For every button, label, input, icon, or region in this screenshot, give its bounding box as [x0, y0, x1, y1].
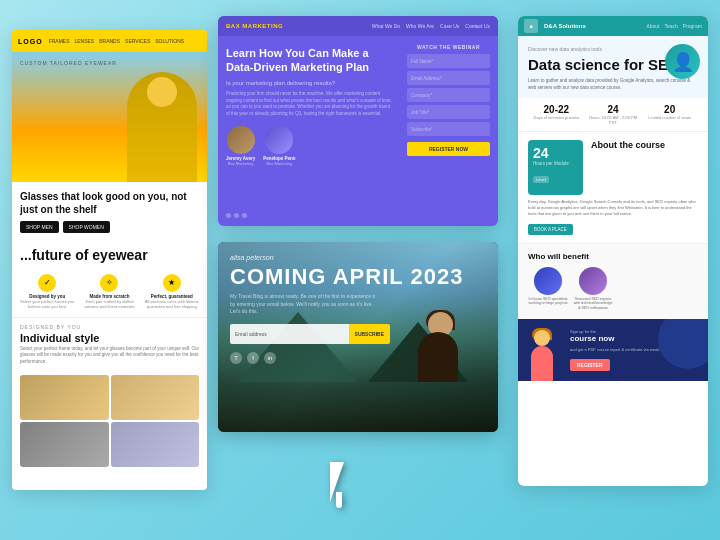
stat-days: 20-22 Days of intensive practice [528, 104, 585, 125]
nav-what-we-do[interactable]: What We Do [372, 23, 400, 29]
deco-dot-1 [226, 213, 231, 218]
facebook-icon[interactable]: f [247, 352, 259, 364]
stat-seats-num: 20 [641, 104, 698, 115]
field-email[interactable]: Email Address* [407, 71, 490, 85]
nav-who-we-are[interactable]: Who We Are [406, 23, 434, 29]
avatar-penelope: Penelope Penn Bax Marketing [263, 126, 295, 166]
about-section: 24 Hours per Module Level About the cour… [518, 132, 708, 243]
feature-made-icon: ✧ [100, 274, 118, 292]
data-nav: ■ D&A Solutions About Teach Program [518, 16, 708, 36]
cursor-arrow [330, 462, 370, 512]
blog-name: alisa peterson [230, 254, 486, 261]
cta-section: Sign up for the course now and get a PDF… [518, 319, 708, 381]
feature-perfect: ★ Perfect, guaranteed All products come … [141, 272, 203, 311]
data-brand: D&A Solutions [544, 23, 586, 29]
avatar-jeremy-role: Bax Marketing [226, 161, 255, 166]
photo-4 [111, 422, 200, 467]
eyewear-nav-items: FRAMES LENSES BRANDS SERVICES SOLUTIONS [49, 38, 185, 44]
data-hero-sub: Learn to gather and analyze data provide… [528, 78, 698, 92]
deco-dots [226, 213, 247, 218]
shop-women-button[interactable]: SHOP WOMEN [63, 221, 110, 233]
eyewear-hero-image: CUSTOM TAILORED EYEWEAR [12, 52, 207, 182]
individual-photo-grid [12, 371, 207, 475]
nav-teach[interactable]: Teach [664, 23, 677, 29]
marketing-subtitle: Is your marketing plan delivering result… [226, 79, 395, 87]
feature-designed-icon: ✓ [38, 274, 56, 292]
benefit-avatar-2-img [579, 267, 607, 295]
stat-seats: 20 Limited number of seats [641, 104, 698, 125]
eyewear-nav: LOGO FRAMES LENSES BRANDS SERVICES SOLUT… [12, 30, 207, 52]
nav-services[interactable]: SERVICES [125, 38, 150, 44]
data-hero-avatar [665, 44, 700, 79]
benefit-avatar-1-img [534, 267, 562, 295]
feature-perfect-icon: ★ [163, 274, 181, 292]
individual-heading: Individual style [20, 332, 199, 344]
marketing-left: Learn How You Can Make a Data-Driven Mar… [218, 36, 403, 226]
nav-case-us[interactable]: Case Us [440, 23, 459, 29]
feature-designed: ✓ Designed by you Select your perfect fr… [16, 272, 78, 311]
field-jobtitle[interactable]: Job Title* [407, 105, 490, 119]
nav-frames[interactable]: FRAMES [49, 38, 70, 44]
avatar-penelope-img [265, 126, 293, 154]
hours-badge: 24 Hours per Module Level [528, 140, 583, 195]
email-form: Email address SUBSCRIBE [230, 324, 390, 344]
avatar-jeremy: Jeremy Avery Bax Marketing [226, 126, 255, 166]
marketing-body: Practicing your firm should never be the… [226, 91, 395, 118]
nav-contact[interactable]: Contact Us [465, 23, 490, 29]
eyewear-brand: LOGO [18, 38, 43, 45]
coming-subtitle: My Travel Blog is almost ready. Be one o… [230, 293, 380, 316]
who-benefit-heading: Who will benefit [528, 252, 698, 261]
nav-about[interactable]: About [646, 23, 659, 29]
eyewear-card: LOGO FRAMES LENSES BRANDS SERVICES SOLUT… [12, 30, 207, 490]
hours-label: Hours per Module [533, 161, 578, 167]
linkedin-icon[interactable]: in [264, 352, 276, 364]
field-subscribe[interactable]: Subscribe* [407, 122, 490, 136]
stat-days-label: Days of intensive practice [528, 115, 585, 120]
feature-perfect-desc: All products come with lifetime guarante… [143, 299, 201, 309]
stat-hours-label: Hours, 10:00 AM - 6:00 PM PST [585, 115, 642, 125]
data-nav-links: About Teach Program [646, 23, 702, 29]
eyewear-heading: Glasses that look good on you, not just … [20, 190, 199, 216]
eyewear-hero-text: Glasses that look good on you, not just … [12, 182, 207, 241]
about-text: Every day, Google Analytics, Google Sear… [528, 199, 698, 217]
benefit-avatars: In-house SEO specialists working on larg… [528, 267, 698, 311]
feature-designed-desc: Select your perfect frames you believe s… [18, 299, 76, 309]
social-icons: T f in [230, 352, 486, 364]
data-logo-icon: ■ [529, 23, 532, 29]
data-logo: ■ [524, 19, 538, 33]
level-badge: Level [533, 176, 549, 183]
individual-section: DESIGNED BY YOU Individual style Select … [12, 318, 207, 371]
email-input[interactable]: Email address [230, 324, 349, 344]
eyewear-tagline: ...future of eyewear [12, 241, 207, 266]
nav-brands[interactable]: BRANDS [99, 38, 120, 44]
individual-text: Select your perfect frame today, and let… [20, 346, 199, 365]
nav-program[interactable]: Program [683, 23, 702, 29]
photo-3 [20, 422, 109, 467]
cta-person [526, 326, 561, 381]
field-company[interactable]: Company* [407, 88, 490, 102]
shop-men-button[interactable]: SHOP MEN [20, 221, 59, 233]
field-fullname[interactable]: Full Name* [407, 54, 490, 68]
eyewear-person [127, 72, 197, 182]
marketing-nav: BAX MARKETING What We Do Who We Are Case… [218, 16, 498, 36]
avatar-jeremy-img [227, 126, 255, 154]
register-now-button[interactable]: REGISTER NOW [407, 142, 490, 156]
eyewear-hero-label: CUSTOM TAILORED EYEWEAR [20, 60, 117, 66]
coming-content: alisa peterson COMING APRIL 2023 My Trav… [218, 242, 498, 432]
who-benefit-section: Who will benefit In-house SEO specialist… [518, 243, 708, 319]
nav-solutions[interactable]: SOLUTIONS [155, 38, 184, 44]
eyewear-features: ✓ Designed by you Select your perfect fr… [12, 266, 207, 318]
cta-register-button[interactable]: REGISTER [570, 359, 610, 371]
subscribe-button[interactable]: SUBSCRIBE [349, 324, 390, 344]
coming-soon-card: alisa peterson COMING APRIL 2023 My Trav… [218, 242, 498, 432]
book-place-button[interactable]: BOOK A PLACE [528, 224, 573, 235]
stat-hours-num: 24 [585, 104, 642, 115]
twitter-icon[interactable]: T [230, 352, 242, 364]
marketing-logo: BAX MARKETING [226, 23, 283, 29]
hours-num: 24 [533, 145, 578, 161]
benefit-avatar-2: Seasoned SEO experts with technical know… [573, 267, 613, 311]
marketing-right: WATCH THE WEBINAR Full Name* Email Addre… [403, 36, 498, 226]
avatar-penelope-role: Bax Marketing [263, 161, 295, 166]
nav-lenses[interactable]: LENSES [74, 38, 94, 44]
photo-1 [20, 375, 109, 420]
